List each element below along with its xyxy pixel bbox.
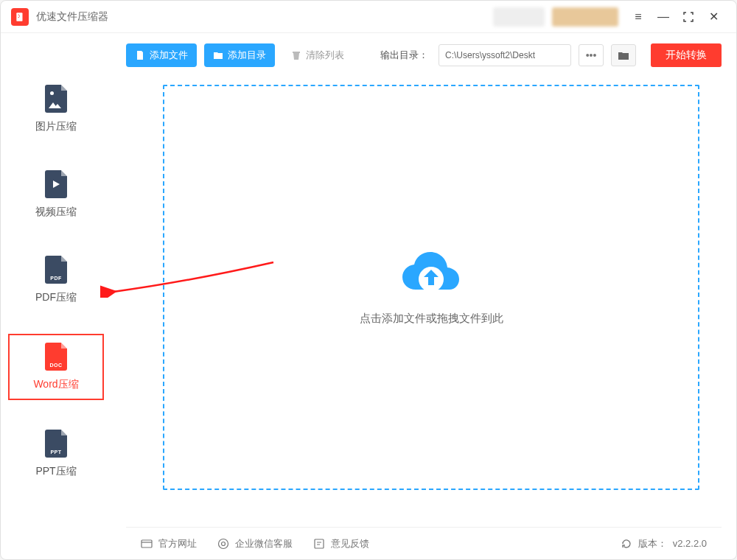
sidebar-item-ppt[interactable]: PPT PPT压缩 — [8, 422, 104, 486]
add-file-button[interactable]: 添加文件 — [126, 43, 197, 67]
app-icon — [11, 8, 29, 26]
cloud-upload-icon — [399, 250, 463, 297]
footer: 官方网址 企业微信客服 意见反馈 版本： v2.2.2.0 — [126, 527, 722, 559]
svg-rect-3 — [18, 17, 19, 18]
image-file-icon — [45, 85, 67, 113]
svg-rect-5 — [142, 540, 152, 547]
sidebar-item-label: PPT压缩 — [35, 465, 76, 478]
sidebar-item-pdf[interactable]: PDF PDF压缩 — [8, 248, 104, 312]
dropzone-text: 点击添加文件或拖拽文件到此 — [360, 312, 503, 326]
close-icon[interactable]: ✕ — [701, 4, 726, 29]
folder-icon — [213, 50, 223, 60]
sidebar-item-label: 图片压缩 — [35, 120, 77, 133]
button-label: 开始转换 — [666, 49, 707, 62]
output-dir-label: 输出目录： — [380, 49, 428, 62]
sidebar-item-word[interactable]: DOC Word压缩 — [8, 334, 104, 400]
footer-label: 意见反馈 — [331, 537, 369, 550]
folder-open-icon — [618, 50, 629, 60]
dropzone[interactable]: 点击添加文件或拖拽文件到此 — [163, 85, 699, 490]
svg-rect-2 — [19, 15, 20, 16]
button-label: 添加目录 — [228, 49, 266, 62]
user-area-1 — [493, 7, 545, 27]
footer-label: 企业微信客服 — [235, 537, 293, 550]
more-button[interactable]: ••• — [579, 44, 604, 66]
maximize-icon[interactable] — [676, 4, 701, 29]
menu-icon[interactable]: ≡ — [626, 4, 651, 29]
app-title: 优速文件压缩器 — [36, 10, 108, 24]
globe-icon — [141, 538, 153, 550]
minimize-icon[interactable]: — — [651, 4, 676, 29]
clear-list-button[interactable]: 清除列表 — [282, 43, 353, 67]
file-icon — [135, 50, 145, 60]
trash-icon — [291, 50, 301, 60]
doc-file-icon: DOC — [45, 343, 67, 371]
titlebar: 优速文件压缩器 ≡ — ✕ — [1, 1, 736, 33]
output-path-input[interactable] — [439, 44, 571, 66]
svg-point-6 — [219, 539, 228, 548]
start-convert-button[interactable]: 开始转换 — [651, 43, 722, 67]
open-folder-button[interactable] — [611, 44, 636, 66]
sidebar-item-label: PDF压缩 — [35, 291, 77, 304]
footer-version[interactable]: 版本： v2.2.2.0 — [621, 537, 707, 550]
version-value: v2.2.2.0 — [673, 538, 707, 549]
app-window: 优速文件压缩器 ≡ — ✕ 图片压缩 视频压缩 PDF PDF压缩 — [0, 0, 737, 560]
user-area-2 — [552, 7, 618, 27]
sidebar-item-label: Word压缩 — [33, 378, 78, 391]
feedback-icon — [313, 538, 325, 550]
footer-feedback-link[interactable]: 意见反馈 — [313, 537, 369, 550]
button-label: 清除列表 — [306, 49, 344, 62]
footer-website-link[interactable]: 官方网址 — [141, 537, 197, 550]
add-folder-button[interactable]: 添加目录 — [204, 43, 275, 67]
toolbar: 添加文件 添加目录 清除列表 输出目录： ••• 开始转换 — [126, 33, 722, 77]
refresh-icon — [621, 538, 632, 550]
video-file-icon — [45, 170, 67, 198]
svg-rect-1 — [18, 14, 19, 15]
sidebar-item-video[interactable]: 视频压缩 — [8, 163, 104, 226]
main-panel: 添加文件 添加目录 清除列表 输出目录： ••• 开始转换 — [111, 33, 736, 559]
sidebar: 图片压缩 视频压缩 PDF PDF压缩 DOC Word压缩 PPT PPT压缩 — [1, 33, 111, 559]
svg-rect-0 — [16, 13, 22, 21]
version-label: 版本： — [638, 537, 667, 550]
support-icon — [217, 538, 229, 550]
footer-support-link[interactable]: 企业微信客服 — [217, 537, 293, 550]
pdf-file-icon: PDF — [45, 256, 67, 284]
footer-label: 官方网址 — [158, 537, 197, 550]
svg-point-7 — [222, 542, 226, 545]
ppt-file-icon: PPT — [45, 430, 67, 458]
svg-rect-8 — [315, 539, 324, 548]
sidebar-item-label: 视频压缩 — [35, 206, 77, 219]
sidebar-item-image[interactable]: 图片压缩 — [8, 77, 104, 141]
button-label: 添加文件 — [150, 49, 188, 62]
